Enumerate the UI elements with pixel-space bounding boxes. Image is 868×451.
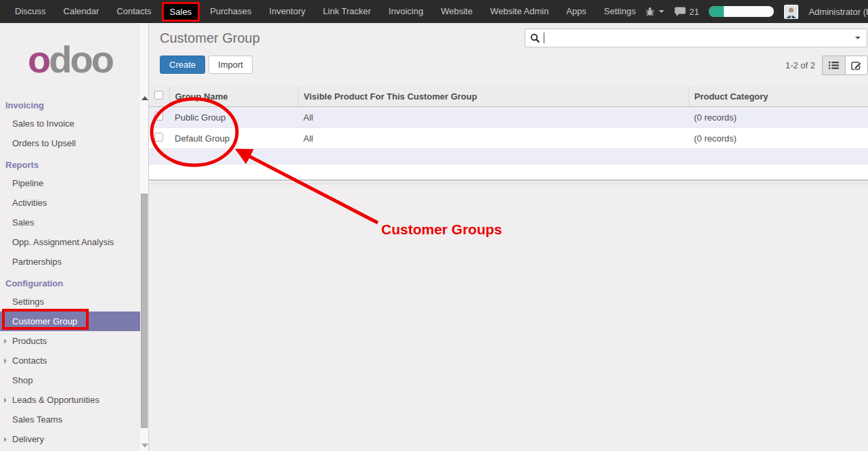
table-row[interactable]: Public Group All (0 records): [149, 107, 868, 128]
search-view[interactable]: [525, 28, 867, 47]
sidebar-menu: Invoicing Sales to Invoice Orders to Ups…: [0, 93, 140, 449]
search-input[interactable]: [544, 29, 849, 47]
nav-item-link-tracker[interactable]: Link Tracker: [314, 0, 380, 23]
product-category-cell[interactable]: (0 records): [689, 107, 868, 128]
import-button[interactable]: Import: [209, 56, 253, 74]
product-category-cell[interactable]: (0 records): [689, 128, 868, 149]
row-select-cell: [149, 128, 169, 149]
sidebar-item-leads-opportunities[interactable]: Leads & Opportunities: [0, 390, 140, 410]
main-content: Customer Group Create Import 1-2 of 2: [149, 23, 868, 451]
select-all-cell: [149, 86, 169, 107]
nav-item-discuss[interactable]: Discuss: [6, 0, 55, 23]
list-view-button[interactable]: [822, 56, 845, 75]
sidebar-item-settings[interactable]: Settings: [0, 292, 140, 312]
table-header-row: Group Name Visible Product For This Cust…: [149, 86, 868, 107]
sidebar-scrollbar: [140, 23, 149, 451]
visible-product-cell[interactable]: All: [298, 128, 689, 149]
scroll-down-arrow-icon[interactable]: [142, 444, 148, 448]
view-switcher: [822, 56, 868, 75]
nav-item-purchases[interactable]: Purchases: [201, 0, 260, 23]
sidebar-item-products[interactable]: Products: [0, 331, 140, 351]
scroll-up-arrow-icon[interactable]: [142, 96, 148, 100]
section-reports: Reports: [0, 153, 140, 173]
empty-row: [149, 149, 868, 165]
row-checkbox[interactable]: [154, 112, 163, 121]
nav-item-website-admin[interactable]: Website Admin: [481, 0, 557, 23]
row-select-cell: [149, 107, 169, 128]
sidebar-item-delivery[interactable]: Delivery: [0, 429, 140, 449]
nav-item-inventory[interactable]: Inventory: [261, 0, 314, 23]
scrollbar-thumb[interactable]: [141, 194, 148, 428]
messages-button[interactable]: 21: [674, 6, 699, 17]
divider: [149, 184, 868, 184]
form-view-button[interactable]: [845, 56, 868, 75]
create-button[interactable]: Create: [160, 56, 205, 74]
table-row[interactable]: Default Group All (0 records): [149, 128, 868, 149]
main-menu: Discuss Calendar Contacts Sales Purchase…: [6, 0, 645, 23]
sidebar-item-sales[interactable]: Sales: [0, 213, 140, 232]
progress-fill: [709, 6, 723, 17]
list-view-icon: [829, 61, 839, 70]
session-progress-gauge[interactable]: [709, 6, 774, 17]
nav-item-calendar[interactable]: Calendar: [55, 0, 108, 23]
column-group-name[interactable]: Group Name: [169, 86, 298, 107]
sidebar-item-shop[interactable]: Shop: [0, 370, 140, 390]
visible-product-cell[interactable]: All: [298, 107, 689, 128]
section-invoicing: Invoicing: [0, 93, 140, 114]
search-filters-toggle[interactable]: [849, 29, 867, 47]
row-checkbox[interactable]: [154, 133, 163, 142]
sidebar-item-opp-assignment-analysis[interactable]: Opp. Assignment Analysis: [0, 232, 140, 252]
caret-down-icon: [855, 37, 861, 39]
form-view-icon: [851, 60, 862, 70]
message-count: 21: [689, 7, 699, 17]
avatar[interactable]: [784, 5, 798, 19]
caret-right-icon: [4, 398, 7, 403]
page-title: Customer Group: [160, 30, 260, 46]
caret-right-icon: [4, 358, 7, 364]
sidebar-item-pipeline[interactable]: Pipeline: [0, 173, 140, 193]
nav-item-apps[interactable]: Apps: [557, 0, 595, 23]
bug-icon: [645, 6, 655, 17]
sidebar-item-contacts[interactable]: Contacts: [0, 351, 140, 370]
nav-item-settings[interactable]: Settings: [595, 0, 645, 23]
magnifier-icon: [530, 33, 540, 43]
chat-bubble-icon: [674, 6, 686, 17]
odoo-logo[interactable]: odoo: [0, 23, 140, 93]
nav-item-contacts[interactable]: Contacts: [108, 0, 160, 23]
nav-item-website[interactable]: Website: [432, 0, 481, 23]
top-navigation-bar: Discuss Calendar Contacts Sales Purchase…: [0, 0, 868, 23]
sidebar-item-activities[interactable]: Activities: [0, 193, 140, 213]
sidebar: odoo Invoicing Sales to Invoice Orders t…: [0, 23, 140, 451]
user-menu[interactable]: Administrator (braintree): [808, 7, 868, 17]
column-visible-product[interactable]: Visible Product For This Customer Group: [298, 86, 689, 107]
section-configuration: Configuration: [0, 272, 140, 292]
list-view: Group Name Visible Product For This Cust…: [149, 86, 868, 184]
caret-down-icon: [659, 10, 664, 13]
debug-menu[interactable]: [645, 6, 664, 17]
user-label: Administrator (braintree): [808, 7, 868, 17]
empty-row: [149, 165, 868, 180]
sidebar-item-orders-to-upsell[interactable]: Orders to Upsell: [0, 133, 140, 153]
sidebar-item-sales-teams[interactable]: Sales Teams: [0, 410, 140, 429]
select-all-checkbox[interactable]: [154, 91, 163, 100]
nav-item-invoicing[interactable]: Invoicing: [380, 0, 432, 23]
sidebar-item-customer-group[interactable]: Customer Group: [0, 312, 140, 331]
column-product-category[interactable]: Product Category: [689, 86, 868, 107]
nav-item-sales[interactable]: Sales: [162, 2, 200, 22]
sidebar-item-partnerships[interactable]: Partnerships: [0, 252, 140, 272]
pager: 1-2 of 2: [785, 60, 815, 70]
group-name-cell[interactable]: Default Group: [169, 128, 298, 149]
caret-right-icon: [4, 339, 7, 344]
group-name-cell[interactable]: Public Group: [169, 107, 298, 128]
caret-right-icon: [4, 437, 7, 442]
sidebar-item-sales-to-invoice[interactable]: Sales to Invoice: [0, 114, 140, 133]
